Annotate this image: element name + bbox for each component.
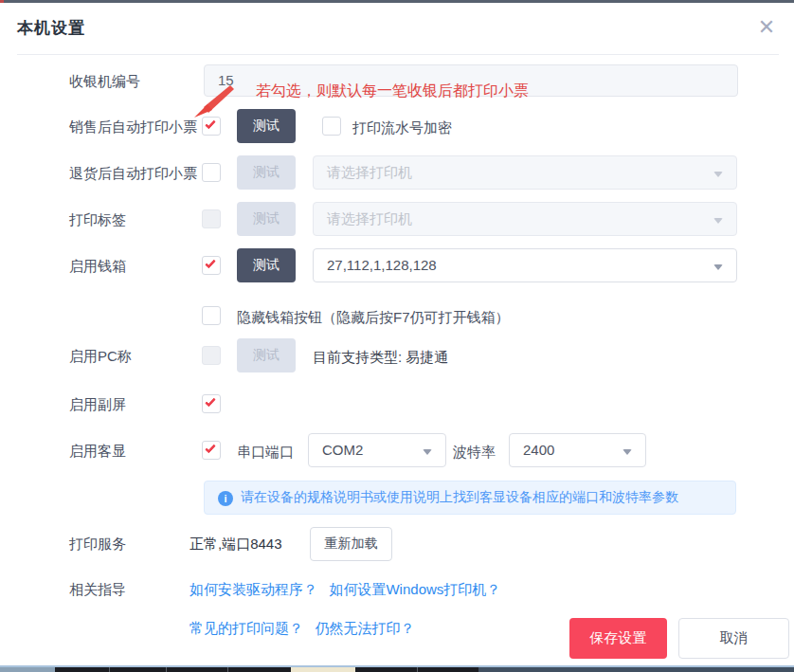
pc-scale-checkbox[interactable]: [202, 346, 221, 365]
print-label-checkbox[interactable]: [202, 209, 221, 228]
taskbar-strip: [0, 665, 794, 672]
auto-print-sale-checkbox[interactable]: [202, 117, 221, 136]
taskbar-segment: [478, 667, 794, 672]
title-divider: [17, 54, 779, 55]
checkmark-icon: [205, 257, 216, 268]
baud-rate-label: 波特率: [453, 444, 496, 462]
taskbar-segment: [291, 667, 355, 672]
serial-encrypt-label: 打印流水号加密: [352, 119, 452, 137]
chevron-down-icon: [713, 218, 723, 224]
test-print-label-button[interactable]: 测试: [237, 202, 296, 236]
annotation-text: 若勾选，则默认每一笔收银后都打印小票: [256, 82, 529, 101]
label-printer-select[interactable]: 请选择打印机: [313, 202, 737, 236]
chevron-down-icon: [713, 264, 723, 270]
second-screen-checkbox[interactable]: [202, 394, 221, 413]
checkmark-icon: [205, 395, 216, 407]
link-common-print-problems[interactable]: 常见的打印问题？: [189, 620, 303, 636]
info-circle-icon: i: [218, 491, 233, 506]
pc-scale-hint: 目前支持类型: 易捷通: [313, 349, 448, 367]
taskbar-segment: [0, 667, 55, 672]
customer-display-checkbox[interactable]: [202, 441, 221, 460]
baud-rate-select[interactable]: 2400: [509, 433, 646, 467]
info-banner: i 请在设备的规格说明书或使用说明上找到客显设备相应的端口和波特率参数: [204, 481, 736, 515]
taskbar-divider: [227, 667, 228, 672]
serial-port-label: 串口端口: [237, 444, 294, 462]
guides-links-line1: 如何安装驱动程序？ 如何设置Windows打印机？: [189, 581, 508, 599]
annotation-arrow-icon: [192, 83, 238, 119]
chevron-down-icon: [623, 449, 632, 455]
hide-drawer-label: 隐藏钱箱按钮（隐藏后按F7仍可打开钱箱）: [237, 309, 510, 327]
taskbar-divider: [166, 667, 167, 672]
taskbar-divider: [109, 667, 110, 672]
save-settings-button[interactable]: 保存设置: [569, 618, 667, 659]
serial-port-value: COM2: [322, 442, 363, 458]
test-pc-scale-button[interactable]: 测试: [237, 338, 296, 372]
hide-drawer-checkbox[interactable]: [202, 306, 221, 325]
cash-drawer-code-select[interactable]: 27,112,1,128,128: [313, 248, 737, 282]
checkmark-icon: [205, 118, 216, 129]
page-title: 本机设置: [17, 17, 85, 39]
print-service-status: 正常,端口8443: [189, 536, 282, 554]
cash-drawer-label: 启用钱箱: [69, 258, 211, 276]
serial-encrypt-checkbox[interactable]: [322, 117, 341, 136]
close-icon[interactable]: ✕: [754, 15, 779, 40]
cash-drawer-checkbox[interactable]: [202, 256, 221, 275]
link-setup-windows-printer[interactable]: 如何设置Windows打印机？: [329, 581, 500, 597]
register-number-label: 收银机编号: [69, 73, 211, 91]
link-install-driver[interactable]: 如何安装驱动程序？: [189, 581, 317, 597]
cash-drawer-code-value: 27,112,1,128,128: [327, 257, 437, 273]
checkmark-icon: [205, 442, 216, 453]
auto-print-return-label: 退货后自动打印小票: [69, 165, 211, 183]
chevron-down-icon: [423, 449, 432, 455]
return-printer-select[interactable]: 请选择打印机: [313, 155, 737, 190]
taskbar-divider: [417, 667, 418, 672]
test-cash-drawer-button[interactable]: 测试: [237, 248, 296, 282]
chevron-down-icon: [713, 172, 723, 177]
cancel-button[interactable]: 取消: [678, 618, 789, 659]
local-settings-dialog: 本机设置 ✕ 收银机编号 15 若勾选，则默认每一笔收银后都打印小票 销售后自动…: [0, 0, 794, 672]
baud-rate-value: 2400: [523, 442, 554, 458]
guides-links-line2: 常见的打印问题？ 仍然无法打印？: [189, 620, 422, 638]
link-still-cannot-print[interactable]: 仍然无法打印？: [315, 620, 414, 636]
return-printer-placeholder: 请选择打印机: [327, 164, 412, 180]
second-screen-label: 启用副屏: [69, 396, 211, 414]
serial-port-select[interactable]: COM2: [308, 433, 446, 467]
info-banner-text: 请在设备的规格说明书或使用说明上找到客显设备相应的端口和波特率参数: [241, 489, 678, 506]
auto-print-return-checkbox[interactable]: [202, 163, 221, 182]
label-printer-placeholder: 请选择打印机: [327, 210, 412, 227]
test-print-return-button[interactable]: 测试: [237, 155, 296, 190]
customer-display-label: 启用客显: [69, 443, 211, 461]
window-edge-dot: [0, 0, 4, 3]
reload-button[interactable]: 重新加载: [310, 527, 392, 561]
window-edge-strip: [0, 0, 794, 3]
test-print-sale-button[interactable]: 测试: [237, 109, 296, 143]
pc-scale-label: 启用PC称: [69, 348, 211, 366]
auto-print-sale-label: 销售后自动打印小票: [69, 118, 211, 136]
print-label-label: 打印标签: [69, 211, 211, 229]
